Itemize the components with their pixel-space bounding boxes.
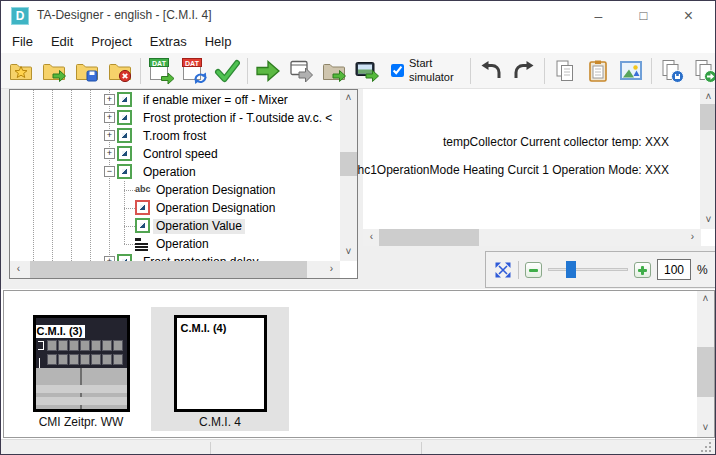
new-project-button[interactable] — [8, 58, 34, 84]
scroll-thumb[interactable] — [340, 152, 357, 176]
scroll-left-icon[interactable]: ‹ — [10, 261, 27, 278]
page-item-cmi-zeitpr-ww[interactable]: C.M.I. (3) CMI Zeitpr. WW — [22, 307, 140, 431]
scroll-down-icon[interactable]: ˅ — [700, 212, 716, 229]
status-divider — [210, 442, 211, 454]
scroll-up-icon[interactable]: ˄ — [340, 90, 357, 107]
menu-extras[interactable]: Extras — [141, 31, 196, 53]
page-thumbnail[interactable]: C.M.I. (3) — [33, 315, 130, 412]
tree-row[interactable]: + T.room frost — [10, 127, 340, 145]
slider-thumb[interactable] — [566, 261, 576, 278]
thumbnail-body — [36, 368, 127, 409]
tree-vertical-scrollbar[interactable]: ˄ ˅ — [340, 90, 357, 261]
expand-plus-icon[interactable]: + — [104, 130, 115, 141]
tree-row[interactable]: + Frost protection delay — [10, 253, 340, 261]
scroll-down-icon[interactable]: ˅ — [697, 420, 714, 437]
apply-check-button[interactable] — [214, 58, 240, 84]
time-program-buttons — [47, 354, 123, 365]
pages-vertical-scrollbar[interactable]: ˄ ˅ — [697, 291, 714, 437]
scroll-thumb[interactable] — [700, 104, 716, 130]
tree-item-label: Control speed — [140, 147, 221, 162]
expand-plus-icon[interactable]: + — [104, 94, 115, 105]
tree-item-label: Operation — [153, 237, 212, 252]
save-pages-button[interactable] — [659, 58, 685, 84]
resize-grip-icon[interactable] — [709, 450, 711, 452]
fit-to-window-icon[interactable] — [494, 261, 512, 279]
export-page-button[interactable] — [288, 58, 314, 84]
insert-image-button[interactable] — [618, 58, 644, 84]
export-pages-button[interactable] — [692, 58, 716, 84]
tree-row[interactable]: + if enable mixer = off - Mixer — [10, 91, 340, 109]
scroll-thumb[interactable] — [30, 261, 307, 278]
zoom-in-button[interactable] — [634, 262, 651, 278]
tree-image-green-icon — [117, 110, 132, 125]
title-bar: D TA-Designer - english - [C.M.I. 4] – □… — [1, 1, 715, 31]
tree-row[interactable]: + Control speed — [10, 145, 340, 163]
minimize-button[interactable]: – — [576, 1, 621, 31]
undo-arrow-icon — [482, 61, 489, 70]
menu-project[interactable]: Project — [82, 31, 140, 53]
zoom-slider[interactable] — [548, 261, 628, 278]
preview-object-operation-mode[interactable]: hc1OperationMode Heating Curcit 1 Operat… — [357, 163, 669, 177]
zoom-value-input[interactable] — [657, 259, 691, 280]
preview-object-temp-collector[interactable]: tempCollector Current collector temp: XX… — [443, 135, 669, 149]
scroll-thumb[interactable] — [697, 347, 714, 397]
page-caption: CMI Zeitpr. WW — [22, 415, 140, 429]
paste-button[interactable] — [585, 58, 611, 84]
scroll-up-icon[interactable]: ˄ — [697, 291, 714, 308]
close-project-button[interactable] — [107, 58, 133, 84]
zoom-out-button[interactable] — [525, 262, 542, 278]
tree-image-green-icon — [117, 146, 132, 161]
toolbar-separator — [651, 58, 652, 84]
expand-plus-icon[interactable]: + — [104, 112, 115, 123]
start-simulator-checkbox[interactable] — [391, 64, 404, 77]
tree-row[interactable]: Operation Designation — [10, 199, 340, 217]
page-thumbnail[interactable]: C.M.I. (4) — [174, 315, 267, 412]
tree-row[interactable]: + Frost protection if - T.outside av.c. … — [10, 109, 340, 127]
expand-minus-icon[interactable]: − — [104, 166, 115, 177]
open-project-button[interactable] — [41, 58, 67, 84]
open-dat-button[interactable]: DAT — [148, 58, 174, 84]
page-item-cmi-4-selected[interactable]: C.M.I. (4) C.M.I. 4 — [151, 307, 289, 431]
tree-row-selected[interactable]: Operation Value — [10, 217, 340, 235]
undo-button[interactable] — [478, 58, 504, 84]
tree-content: + if enable mixer = off - Mixer + Frost … — [10, 90, 340, 261]
scroll-thumb[interactable] — [379, 229, 479, 246]
toolbar-separator — [247, 58, 248, 84]
bar-glyph — [39, 358, 41, 368]
dat-label: DAT — [149, 58, 169, 67]
redo-button[interactable] — [511, 58, 537, 84]
close-button[interactable]: × — [666, 1, 711, 31]
scroll-left-icon[interactable]: ‹ — [363, 229, 380, 246]
tree-row[interactable]: − Operation — [10, 163, 340, 181]
tree-item-label: T.room frost — [140, 129, 209, 144]
tree-horizontal-scrollbar[interactable]: ‹ › — [10, 261, 340, 278]
window-title: TA-Designer - english - [C.M.I. 4] — [37, 8, 212, 22]
tree-row[interactable]: abc Operation Designation — [10, 181, 340, 199]
scroll-right-icon[interactable]: › — [684, 229, 701, 246]
tree-item-label: Operation Designation — [153, 183, 278, 198]
redo-arrow-icon — [527, 61, 534, 70]
tree-item-label: Operation Value — [153, 219, 245, 234]
toolbar-separator — [544, 58, 545, 84]
reload-dat-button[interactable]: DAT — [181, 58, 207, 84]
menu-help[interactable]: Help — [196, 31, 241, 53]
maximize-button[interactable]: □ — [621, 1, 666, 31]
minus-icon — [529, 269, 538, 272]
export-folder-button[interactable] — [321, 58, 347, 84]
pages-icon — [562, 65, 573, 80]
preview-horizontal-scrollbar[interactable]: ‹ › — [363, 229, 701, 246]
menu-edit[interactable]: Edit — [42, 31, 82, 53]
scroll-right-icon[interactable]: › — [323, 261, 340, 278]
expand-plus-icon[interactable]: + — [104, 148, 115, 159]
menu-file[interactable]: File — [3, 31, 42, 53]
pages-panel: C.M.I. (3) CMI Zeitpr. WW C.M.I. (4) C.M… — [3, 290, 715, 438]
tree-row[interactable]: Operation — [10, 235, 340, 253]
tree-image-green-icon — [117, 128, 132, 143]
export-run-button[interactable] — [255, 58, 281, 84]
save-project-button[interactable] — [74, 58, 100, 84]
copy-button[interactable] — [552, 58, 578, 84]
scroll-down-icon[interactable]: ˅ — [340, 244, 357, 261]
preview-vertical-scrollbar[interactable]: ˄ ˅ — [700, 89, 716, 229]
tree-item-label: Operation Designation — [153, 201, 278, 216]
export-cmi-button[interactable] — [354, 58, 380, 84]
